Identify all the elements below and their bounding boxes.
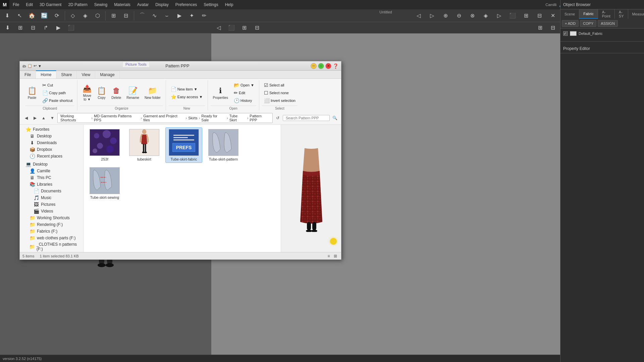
menu-avatar[interactable]: Avatar — [134, 0, 152, 9]
sidebar-rendering[interactable]: 📁 Rendering (F:) — [20, 221, 83, 228]
ribbon-copy-path-btn[interactable]: 📄 Copy path — [40, 89, 74, 97]
ctb2-4[interactable]: ⊟ — [251, 22, 263, 34]
ob-copy-btn[interactable]: COPY — [580, 20, 596, 27]
menu-edit[interactable]: Edit — [22, 0, 36, 9]
menu-sewing[interactable]: Sewing — [91, 0, 111, 9]
sidebar-dropbox[interactable]: 📦 Dropbox — [20, 146, 83, 153]
menu-materials[interactable]: Materials — [111, 0, 134, 9]
ribbon-new-folder-btn[interactable]: 📁 New folder — [142, 85, 163, 101]
ctb-close[interactable]: ✕ — [547, 10, 559, 22]
path-part-6[interactable]: Tube Skirt — [229, 114, 246, 122]
ob-tab-fabric[interactable]: Fabric — [579, 9, 598, 19]
ribbon-easy-access-btn[interactable]: ⭐ Easy access ▼ — [169, 93, 205, 101]
sidebar-desktop[interactable]: 🖥 Desktop — [20, 133, 83, 139]
ctb2-2[interactable]: ⬛ — [225, 22, 237, 34]
tb-grid1[interactable]: ⊞ — [108, 10, 119, 22]
sidebar-working-shortcuts[interactable]: 📁 Working Shortcuts — [20, 215, 83, 221]
ribbon-select-all-btn[interactable]: ☑ Select all — [262, 81, 298, 89]
sidebar-this-pc[interactable]: 🖥 This PC — [20, 174, 83, 181]
sidebar-web-clothes[interactable]: 📁 web clothes parts (F:) — [20, 235, 83, 241]
tb-point2[interactable]: ◈ — [79, 10, 91, 22]
ctb-1[interactable]: ◁ — [413, 10, 425, 22]
ribbon-paste-shortcut-btn[interactable]: 🔗 Paste shortcut — [40, 97, 74, 104]
ctb-7[interactable]: ▷ — [493, 10, 505, 22]
menu-display[interactable]: Display — [152, 0, 172, 9]
sidebar-documents[interactable]: 📄 Documents — [20, 188, 83, 194]
tb-curve1[interactable]: ⌒ — [136, 10, 148, 22]
view-grid-btn[interactable]: ⊞ — [332, 253, 338, 259]
ribbon-tab-file[interactable]: File — [20, 71, 36, 78]
sidebar-downloads[interactable]: ⬇ Downloads — [20, 139, 83, 146]
ribbon-invert-selection-btn[interactable]: ⬜ Invert selection — [262, 97, 298, 104]
tb-row2-1[interactable]: ⬇ — [1, 22, 13, 34]
nav-forward-btn[interactable]: ▶ — [31, 114, 39, 122]
ctb-10[interactable]: ⊟ — [533, 10, 545, 22]
sidebar-pictures[interactable]: 🖼 Pictures — [20, 201, 83, 208]
file-item-253f[interactable]: 253f — [86, 127, 123, 163]
tb-icon-play[interactable]: ▶ — [173, 10, 185, 22]
ctb-8[interactable]: ⬛ — [506, 10, 519, 22]
ribbon-delete-btn[interactable]: 🗑 Delete — [109, 85, 123, 101]
ctb-6[interactable]: ◈ — [480, 10, 492, 22]
tb-move[interactable]: 🏠 — [26, 10, 38, 22]
qat-btn1[interactable]: 🗁 — [22, 64, 26, 68]
menu-3d-garment[interactable]: 3D Garment — [36, 0, 65, 9]
fe-minimize-btn[interactable]: ─ — [311, 63, 317, 69]
tb-point3[interactable]: ⬡ — [92, 10, 104, 22]
ob-item-checkbox[interactable]: ✓ — [563, 31, 568, 36]
tb-transform[interactable]: 🔄 — [39, 10, 50, 22]
ob-tab-apoint[interactable]: A-Point — [598, 9, 615, 19]
path-part-7[interactable]: Pattern PPP — [250, 114, 270, 122]
qat-btn3[interactable]: ↩ — [34, 64, 37, 68]
ctb-9[interactable]: ⊞ — [520, 10, 532, 22]
tb-select[interactable]: ↖ — [14, 10, 25, 22]
ctb-3[interactable]: ⊕ — [439, 10, 451, 22]
tb-row2-4[interactable]: ↱ — [40, 22, 52, 34]
nav-up-btn[interactable]: ▲ — [40, 114, 47, 122]
fe-help-btn[interactable]: ❓ — [333, 63, 338, 69]
search-btn[interactable]: 🔍 — [331, 114, 338, 122]
menu-preferences[interactable]: Preferences — [172, 0, 201, 9]
file-item-tube-skirt-sewing[interactable]: Tube-skirt-sewing — [86, 166, 123, 201]
nav-back-btn[interactable]: ◀ — [22, 114, 30, 122]
fe-close-btn[interactable]: ✕ — [325, 63, 331, 69]
ob-assign-btn[interactable]: ASSIGN — [598, 20, 618, 27]
ribbon-rename-btn[interactable]: 📝 Rename — [124, 85, 142, 101]
sidebar-desktop2[interactable]: 💻 Desktop — [20, 161, 83, 168]
ribbon-move-btn[interactable]: 📤 Moveto ▼ — [80, 83, 94, 103]
ribbon-tab-view[interactable]: View — [77, 71, 95, 78]
menu-help[interactable]: Help — [222, 0, 237, 9]
ctb-4[interactable]: ⊖ — [453, 10, 465, 22]
ob-add-btn[interactable]: + ADD — [562, 20, 579, 27]
sidebar-libraries[interactable]: 📚 Libraries — [20, 181, 83, 188]
sidebar-clothes-patterns[interactable]: 📁 _CLOTHES n patterns (F:) — [20, 241, 83, 252]
file-item-tube-skirt-pattern[interactable]: Tube-skirt-pattern — [205, 127, 242, 163]
fe-path-bar[interactable]: Working Shortcuts › MD Garments Patterns… — [57, 113, 273, 123]
sidebar-videos[interactable]: 🎬 Videos — [20, 208, 83, 215]
menu-settings[interactable]: Settings — [200, 0, 221, 9]
path-part-1[interactable]: Working Shortcuts — [60, 114, 90, 122]
ob-tab-scene[interactable]: Scene — [560, 9, 579, 19]
tb-grid2[interactable]: ⊟ — [120, 10, 132, 22]
ribbon-history-btn[interactable]: 🕐 History — [232, 97, 256, 104]
file-item-tube-skirt-fabric[interactable]: PREFS Tube-skirt-fabric — [165, 127, 202, 163]
ribbon-paste-btn[interactable]: 📋 Paste — [25, 85, 39, 101]
sidebar-fabrics[interactable]: 📁 Fabrics (F:) — [20, 228, 83, 235]
ctb-5[interactable]: ⊗ — [466, 10, 478, 22]
tb-icon-star[interactable]: ✦ — [186, 10, 198, 22]
path-part-4[interactable]: Skirts — [188, 116, 198, 120]
file-item-tubeskirt[interactable]: tubeskirt — [126, 127, 163, 163]
fe-maximize-btn[interactable]: □ — [318, 63, 324, 69]
qat-dropdown[interactable]: ▼ — [38, 64, 42, 68]
ctb2-r1[interactable]: ⊞ — [534, 22, 546, 34]
ribbon-properties-btn[interactable]: ℹ Properties — [211, 85, 231, 101]
tb-icon-pen[interactable]: ✏ — [198, 10, 210, 22]
view-details-btn[interactable]: ≡ — [326, 253, 332, 259]
search-input[interactable] — [283, 115, 330, 121]
ribbon-tab-home[interactable]: Home — [36, 70, 56, 78]
ribbon-tab-manage[interactable]: Manage — [95, 71, 119, 78]
sidebar-music[interactable]: 🎵 Music — [20, 194, 83, 201]
ribbon-cut-btn[interactable]: ✂ Cut — [40, 81, 74, 89]
nav-refresh-btn[interactable]: ↺ — [274, 114, 281, 122]
sidebar-camille[interactable]: 👤 Camille — [20, 168, 83, 174]
